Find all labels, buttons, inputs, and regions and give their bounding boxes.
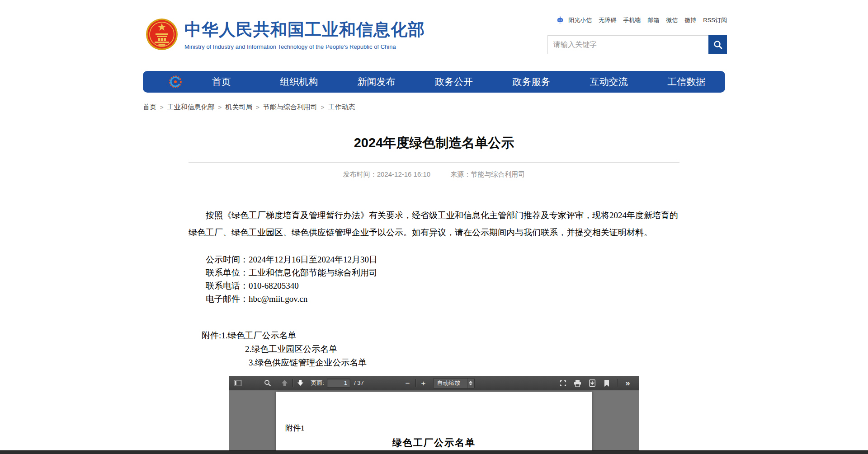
page-total: / 37 bbox=[354, 379, 364, 386]
page-up-icon bbox=[281, 379, 288, 386]
page-up-button[interactable] bbox=[279, 377, 291, 389]
article: 2024年度绿色制造名单公示 发布时间：2024-12-16 16:10 来源：… bbox=[189, 134, 679, 454]
toplink-weibo[interactable]: 微博 bbox=[684, 16, 696, 24]
site-brand: 中华人民共和国工业和信息化部 Ministry of Industry and … bbox=[146, 18, 425, 51]
toplink-accessibility[interactable]: 无障碍 bbox=[599, 16, 616, 24]
pdf-toolbar: 页面: / 37 − + 自动缩放 bbox=[229, 376, 639, 390]
more-tools-icon: » bbox=[625, 379, 630, 388]
more-tools-button[interactable]: » bbox=[622, 377, 634, 389]
zoom-in-icon: + bbox=[421, 379, 426, 387]
pdf-toolbar-right: » bbox=[557, 376, 634, 390]
pdf-table-title: 绿色工厂公示名单 bbox=[276, 436, 592, 449]
pdf-viewer: 页面: / 37 − + 自动缩放 bbox=[229, 376, 639, 454]
attachment-link-3[interactable]: 3.绿色供应链管理企业公示名单 bbox=[189, 356, 679, 370]
toggle-sidebar-button[interactable] bbox=[232, 377, 244, 389]
national-emblem-icon bbox=[146, 18, 178, 51]
nav-item-home[interactable]: 首页 bbox=[183, 75, 260, 88]
breadcrumb-separator: > bbox=[218, 104, 222, 111]
presentation-mode-button[interactable] bbox=[557, 377, 569, 389]
zoom-select[interactable]: 自动缩放 bbox=[433, 378, 475, 388]
pdf-find-button[interactable] bbox=[262, 377, 274, 389]
toolbar-divider bbox=[617, 379, 618, 387]
breadcrumb-home[interactable]: 首页 bbox=[143, 103, 156, 112]
toplink-wechat[interactable]: 微信 bbox=[666, 16, 678, 24]
zoom-select-arrows-icon bbox=[467, 379, 474, 388]
brand-text: 中华人民共和国工业和信息化部 Ministry of Industry and … bbox=[184, 19, 425, 50]
breadcrumb-departments[interactable]: 机关司局 bbox=[225, 103, 252, 112]
bookmark-icon bbox=[604, 380, 609, 387]
presentation-mode-icon bbox=[560, 380, 566, 387]
zoom-out-button[interactable]: − bbox=[402, 377, 414, 389]
find-icon bbox=[264, 379, 271, 387]
site-subtitle: Ministry of Industry and Information Tec… bbox=[184, 43, 425, 50]
bottom-edge-strip bbox=[0, 450, 868, 454]
article-paragraph: 按照《绿色工厂梯度培育及管理暂行办法》有关要求，经省级工业和信息化主管部门推荐及… bbox=[189, 207, 679, 241]
attachments-block: 附件:1.绿色工厂公示名单 2.绿色工业园区公示名单 3.绿色供应链管理企业公示… bbox=[189, 329, 679, 370]
topbar-links: 阳光小信 无障碍 手机端 邮箱 微信 微博 RSS订阅 bbox=[556, 16, 727, 24]
toolbar-divider bbox=[292, 379, 293, 387]
breadcrumb-separator: > bbox=[256, 104, 259, 111]
miit-logo-icon bbox=[168, 75, 183, 89]
contact-phone: 联系电话：010-68205340 bbox=[189, 279, 679, 292]
zoom-select-value: 自动缩放 bbox=[434, 379, 467, 387]
attachment-link-1[interactable]: 附件:1.绿色工厂公示名单 bbox=[189, 329, 679, 342]
breadcrumb: 首页 > 工业和信息化部 > 机关司局 > 节能与综合利用司 > 工作动态 bbox=[143, 93, 725, 112]
toolbar-divider bbox=[415, 379, 416, 387]
toplink-mail[interactable]: 邮箱 bbox=[647, 16, 659, 24]
download-button[interactable] bbox=[586, 377, 598, 389]
nav-item-interaction[interactable]: 互动交流 bbox=[570, 75, 647, 88]
pdf-content-area[interactable]: 附件1 绿色工厂公示名单 序号 地区 工厂名称 1 bbox=[229, 390, 639, 454]
toggle-sidebar-icon bbox=[234, 380, 241, 386]
publicity-period: 公示时间：2024年12月16日至2024年12月30日 bbox=[189, 253, 679, 266]
breadcrumb-work-updates[interactable]: 工作动态 bbox=[328, 103, 355, 112]
article-meta: 发布时间：2024-12-16 16:10 来源：节能与综合利用司 bbox=[189, 170, 679, 179]
search-button[interactable] bbox=[708, 35, 727, 54]
nav-item-data[interactable]: 工信数据 bbox=[648, 75, 725, 88]
print-icon bbox=[574, 380, 581, 387]
site-title: 中华人民共和国工业和信息化部 bbox=[184, 19, 425, 41]
nav-items: 首页 组织机构 新闻发布 政务公开 政务服务 互动交流 工信数据 bbox=[183, 75, 725, 88]
zoom-controls: − + 自动缩放 bbox=[402, 376, 475, 390]
contact-unit: 联系单位：工业和信息化部节能与综合利用司 bbox=[189, 266, 679, 279]
zoom-out-icon: − bbox=[406, 379, 410, 387]
contact-block: 公示时间：2024年12月16日至2024年12月30日 联系单位：工业和信息化… bbox=[189, 253, 679, 305]
pdf-page: 附件1 绿色工厂公示名单 序号 地区 工厂名称 1 bbox=[276, 392, 592, 454]
search-icon bbox=[713, 40, 723, 50]
search-input[interactable] bbox=[547, 35, 708, 54]
page: 中华人民共和国工业和信息化部 Ministry of Industry and … bbox=[0, 0, 868, 454]
print-button[interactable] bbox=[572, 377, 584, 389]
attachment-link-2[interactable]: 2.绿色工业园区公示名单 bbox=[189, 342, 679, 356]
chatbot-icon bbox=[556, 16, 564, 24]
pdf-attachment-label: 附件1 bbox=[276, 392, 592, 433]
nav-item-news[interactable]: 新闻发布 bbox=[338, 75, 415, 88]
title-divider bbox=[189, 162, 679, 163]
page-number-input[interactable] bbox=[327, 379, 350, 388]
breadcrumb-miit[interactable]: 工业和信息化部 bbox=[167, 103, 215, 112]
download-icon bbox=[589, 379, 595, 387]
toplink-mobile[interactable]: 手机端 bbox=[623, 16, 641, 24]
nav-item-gov-disclosure[interactable]: 政务公开 bbox=[415, 75, 492, 88]
nav-item-organization[interactable]: 组织机构 bbox=[260, 75, 337, 88]
toplink-sunshine[interactable]: 阳光小信 bbox=[568, 16, 592, 24]
page-down-button[interactable] bbox=[295, 377, 307, 389]
contact-email: 电子邮件：hbc@miit.gov.cn bbox=[189, 292, 679, 305]
toplink-rss[interactable]: RSS订阅 bbox=[703, 16, 727, 24]
article-body: 按照《绿色工厂梯度培育及管理暂行办法》有关要求，经省级工业和信息化主管部门推荐及… bbox=[189, 207, 679, 370]
article-title: 2024年度绿色制造名单公示 bbox=[189, 134, 679, 152]
bookmark-button[interactable] bbox=[601, 377, 613, 389]
zoom-in-button[interactable]: + bbox=[418, 377, 429, 389]
page-label: 页面: bbox=[311, 379, 325, 387]
main-nav: 首页 组织机构 新闻发布 政务公开 政务服务 互动交流 工信数据 bbox=[143, 71, 725, 93]
site-header: 中华人民共和国工业和信息化部 Ministry of Industry and … bbox=[0, 0, 868, 71]
breadcrumb-energy-dept[interactable]: 节能与综合利用司 bbox=[263, 103, 317, 112]
breadcrumb-separator: > bbox=[321, 104, 325, 111]
publish-time: 发布时间：2024-12-16 16:10 bbox=[343, 170, 430, 178]
article-source: 来源：节能与综合利用司 bbox=[450, 170, 525, 178]
page-down-icon bbox=[297, 379, 304, 386]
nav-item-gov-services[interactable]: 政务服务 bbox=[493, 75, 570, 88]
breadcrumb-separator: > bbox=[160, 104, 164, 111]
search-bar bbox=[547, 35, 727, 54]
